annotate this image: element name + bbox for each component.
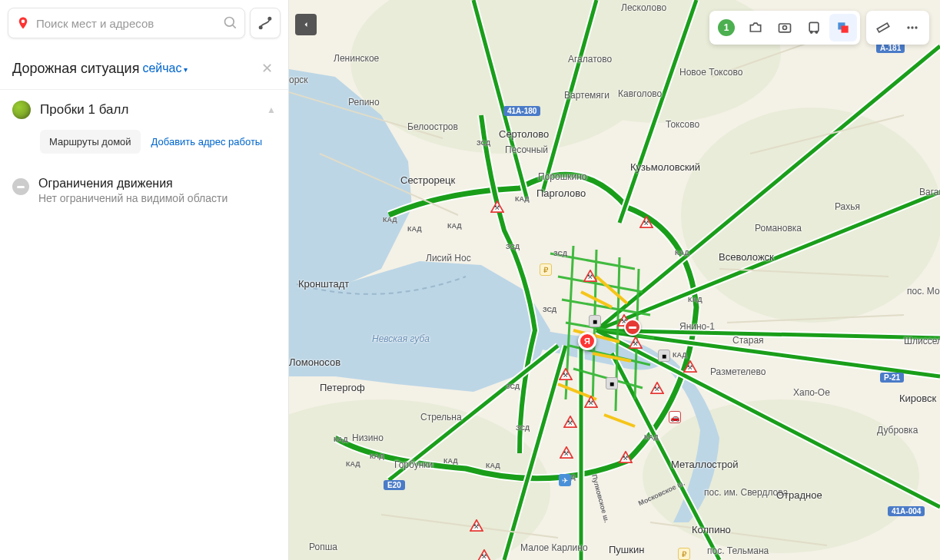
svg-rect-13 <box>809 22 819 31</box>
traffic-actions: Маршруты домой Добавить адрес работы <box>12 130 276 154</box>
svg-point-19 <box>907 26 909 28</box>
svg-point-15 <box>815 31 818 34</box>
svg-rect-18 <box>877 23 889 32</box>
marker-icon <box>15 15 32 31</box>
layers-icon[interactable] <box>829 14 857 41</box>
add-work-link[interactable]: Добавить адрес работы <box>148 130 266 154</box>
svg-point-21 <box>915 26 917 28</box>
svg-point-3 <box>260 26 262 28</box>
restrictions-subtitle: Нет ограничений на видимой области <box>38 192 228 204</box>
panel-title: Дорожная ситуация <box>12 61 139 77</box>
traffic-row[interactable]: Пробки 1 балл ▲ <box>12 101 276 119</box>
svg-line-2 <box>233 25 236 28</box>
svg-point-6 <box>681 108 940 323</box>
restrictions-block[interactable]: Ограничения движения Нет ограничений на … <box>0 166 288 215</box>
svg-rect-11 <box>779 24 791 32</box>
search-row <box>0 0 288 46</box>
svg-point-14 <box>810 31 812 34</box>
home-routes-button[interactable]: Маршруты домой <box>40 130 141 154</box>
collapse-sidebar-button[interactable] <box>295 14 317 35</box>
svg-rect-17 <box>842 26 849 33</box>
traffic-level-text: Пробки 1 балл <box>40 102 257 118</box>
transport-icon[interactable] <box>800 14 828 41</box>
map-toolbar: 1 <box>709 11 929 45</box>
ruler-icon[interactable] <box>869 14 897 41</box>
map-canvas <box>289 0 940 560</box>
tool-group-actions <box>866 11 929 45</box>
restrictions-title: Ограничения движения <box>38 177 228 191</box>
search-input[interactable] <box>36 17 223 30</box>
route-button[interactable] <box>250 8 281 38</box>
chevron-up-icon: ▲ <box>267 104 276 115</box>
svg-point-4 <box>268 18 271 20</box>
traffic-toggle[interactable]: 1 <box>712 14 740 41</box>
panel-now-selector[interactable]: сейчас▾ <box>142 61 188 75</box>
search-box[interactable] <box>8 8 245 38</box>
search-icon[interactable] <box>223 15 238 31</box>
traffic-level-icon <box>12 101 31 119</box>
svg-point-12 <box>783 26 787 30</box>
more-icon[interactable] <box>898 14 926 41</box>
photo-icon[interactable] <box>771 14 799 41</box>
panel-header: Дорожная ситуация сейчас▾ ✕ <box>0 46 288 90</box>
street-panorama-icon[interactable] <box>742 14 769 41</box>
traffic-block: Пробки 1 балл ▲ Маршруты домой Добавить … <box>0 90 288 166</box>
svg-point-1 <box>225 18 234 27</box>
sidebar: Дорожная ситуация сейчас▾ ✕ Пробки 1 бал… <box>0 0 289 560</box>
close-icon[interactable]: ✕ <box>258 57 276 80</box>
svg-point-20 <box>911 26 913 28</box>
tool-group-layers: 1 <box>709 11 860 45</box>
svg-point-0 <box>22 20 25 24</box>
map[interactable]: 1 ЛесколовоЛенинскоеАгалатовоНовое Токсо… <box>289 0 940 560</box>
restriction-icon <box>12 178 29 195</box>
